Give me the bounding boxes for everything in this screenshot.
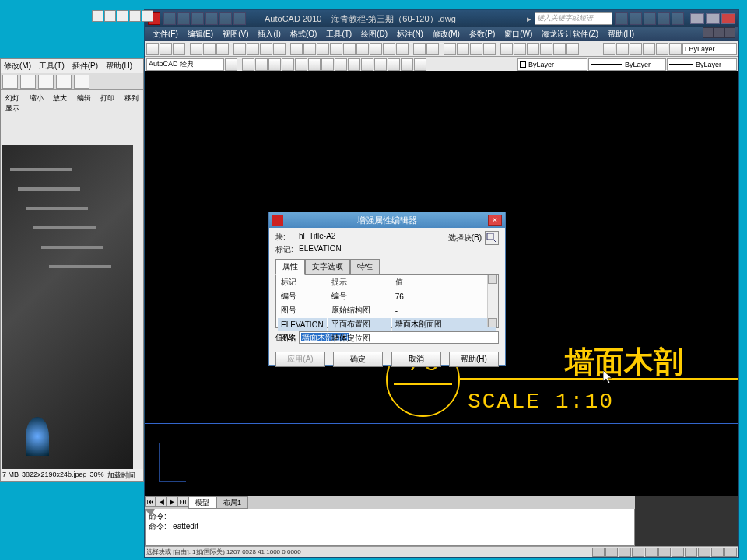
- viewer-btn-print[interactable]: 打印: [97, 92, 118, 115]
- viewer-menu-modify[interactable]: 修改(M): [4, 61, 31, 72]
- layer-icon[interactable]: [630, 43, 642, 55]
- tab-first-icon[interactable]: ⏮: [145, 496, 156, 507]
- color-combo[interactable]: ByLayer: [517, 58, 587, 71]
- ws-settings-icon[interactable]: [225, 58, 237, 71]
- paste-icon[interactable]: [260, 43, 272, 55]
- ssm-icon[interactable]: [540, 43, 552, 55]
- viewer-btn-zoomin[interactable]: 放大: [50, 92, 71, 115]
- maximize-button[interactable]: [706, 13, 720, 24]
- osnap1-icon[interactable]: [242, 58, 254, 71]
- osnap14-icon[interactable]: [414, 58, 426, 71]
- matchprop-icon[interactable]: [273, 43, 286, 55]
- subscription-icon[interactable]: [630, 12, 642, 25]
- arrow-icon[interactable]: ▸: [527, 14, 531, 24]
- menu-view[interactable]: 视图(V): [218, 27, 253, 41]
- scroll-down-icon[interactable]: [488, 318, 497, 327]
- table-row[interactable]: 图名墙体定位图: [278, 332, 496, 345]
- block2-icon[interactable]: [303, 43, 316, 55]
- block7-icon[interactable]: [370, 43, 382, 55]
- osnap2-icon[interactable]: [255, 58, 268, 71]
- apply-button[interactable]: 应用(A): [275, 352, 325, 367]
- layer4-icon[interactable]: [669, 43, 682, 55]
- scroll-up-icon[interactable]: [488, 275, 497, 284]
- zoom-win-icon[interactable]: [470, 43, 482, 55]
- help-icon[interactable]: [672, 12, 684, 25]
- osnap6-icon[interactable]: [308, 58, 321, 71]
- tab-model[interactable]: 模型: [188, 496, 216, 509]
- qat-save-icon[interactable]: [191, 12, 204, 25]
- tab-prev-icon[interactable]: ◀: [156, 496, 167, 507]
- menu-insert[interactable]: 插入(I): [253, 27, 285, 41]
- osnap10-icon[interactable]: [361, 58, 374, 71]
- minimize-button[interactable]: [690, 13, 704, 24]
- cut-icon[interactable]: [233, 43, 246, 55]
- block6-icon[interactable]: [356, 43, 369, 55]
- undo-icon[interactable]: [413, 43, 426, 55]
- lineweight-combo[interactable]: ByLayer: [667, 58, 737, 71]
- osnap4-icon[interactable]: [282, 58, 294, 71]
- dc-icon[interactable]: [514, 43, 526, 55]
- block4-icon[interactable]: [330, 43, 342, 55]
- model-toggle[interactable]: [724, 548, 737, 557]
- ft-icon[interactable]: [104, 10, 116, 22]
- viewer-tool-icon[interactable]: [20, 75, 36, 89]
- workspace-combo[interactable]: AutoCAD 经典: [146, 58, 224, 71]
- favorites-icon[interactable]: [658, 12, 670, 25]
- osnap-toggle[interactable]: [645, 548, 658, 557]
- col-tag[interactable]: 标记: [278, 276, 327, 289]
- menu-hailong[interactable]: 海龙设计软件(Z): [537, 27, 603, 41]
- osnap13-icon[interactable]: [401, 58, 413, 71]
- block5-icon[interactable]: [343, 43, 356, 55]
- command-window[interactable]: 命令: 命令: _eattedit: [145, 509, 635, 546]
- search-icon[interactable]: [615, 12, 628, 25]
- tab-next-icon[interactable]: ▶: [167, 496, 177, 507]
- ft-icon[interactable]: [142, 10, 153, 22]
- menu-file[interactable]: 文件(F): [148, 27, 183, 41]
- zoom-prev-icon[interactable]: [483, 43, 496, 55]
- help-button[interactable]: 帮助(H): [449, 352, 499, 367]
- col-prompt[interactable]: 提示: [328, 276, 391, 289]
- col-value[interactable]: 值: [392, 276, 496, 289]
- props-icon[interactable]: [500, 43, 513, 55]
- qat-new-icon[interactable]: [163, 12, 176, 25]
- ft-icon[interactable]: [92, 10, 103, 22]
- snap-toggle[interactable]: [592, 548, 605, 557]
- comm-icon[interactable]: [644, 12, 656, 25]
- ok-button[interactable]: 确定: [333, 352, 383, 367]
- menu-draw[interactable]: 绘图(D): [356, 27, 392, 41]
- ducs-toggle[interactable]: [672, 548, 684, 557]
- menu-format[interactable]: 格式(O): [286, 27, 321, 41]
- preview-icon[interactable]: [203, 43, 216, 55]
- osnap12-icon[interactable]: [388, 58, 400, 71]
- viewer-menu-plugins[interactable]: 插件(P): [72, 61, 98, 72]
- otrack-toggle[interactable]: [658, 548, 671, 557]
- polar-toggle[interactable]: [632, 548, 644, 557]
- redo-icon[interactable]: [426, 43, 439, 55]
- viewer-btn-zoomout[interactable]: 缩小: [26, 92, 47, 115]
- menu-modify[interactable]: 修改(M): [428, 27, 465, 41]
- markup-icon[interactable]: [553, 43, 566, 55]
- viewer-tool-icon[interactable]: [74, 75, 89, 89]
- publish-icon[interactable]: [216, 43, 229, 55]
- viewer-menu-tools[interactable]: 工具(T): [39, 61, 65, 72]
- viewer-menu-help[interactable]: 帮助(H): [106, 61, 132, 72]
- osnap9-icon[interactable]: [348, 58, 360, 71]
- qc-icon[interactable]: [566, 43, 579, 55]
- cmdwin-grip-icon[interactable]: [146, 509, 155, 516]
- qat-print-icon[interactable]: [233, 12, 246, 25]
- mdi-close-button[interactable]: [724, 27, 735, 38]
- save-icon[interactable]: [173, 43, 185, 55]
- tab-attributes[interactable]: 属性: [275, 259, 305, 275]
- menu-tools[interactable]: 工具(T): [321, 27, 356, 41]
- close-button[interactable]: [721, 13, 735, 24]
- cmd-prompt[interactable]: [149, 531, 631, 541]
- qat-undo-icon[interactable]: [205, 12, 218, 25]
- zoom-rt-icon[interactable]: [457, 43, 469, 55]
- table-row[interactable]: 编号编号76: [278, 290, 496, 303]
- attribute-table[interactable]: 标记 提示 值 编号编号76 图号原始结构图- ELEVATION平面布置图墙面…: [276, 275, 498, 346]
- block-icon[interactable]: [290, 43, 303, 55]
- grid-toggle[interactable]: [605, 548, 618, 557]
- viewer-tool-icon[interactable]: [56, 75, 72, 89]
- viewer-tool-icon[interactable]: [38, 75, 54, 89]
- cancel-button[interactable]: 取消: [391, 352, 441, 367]
